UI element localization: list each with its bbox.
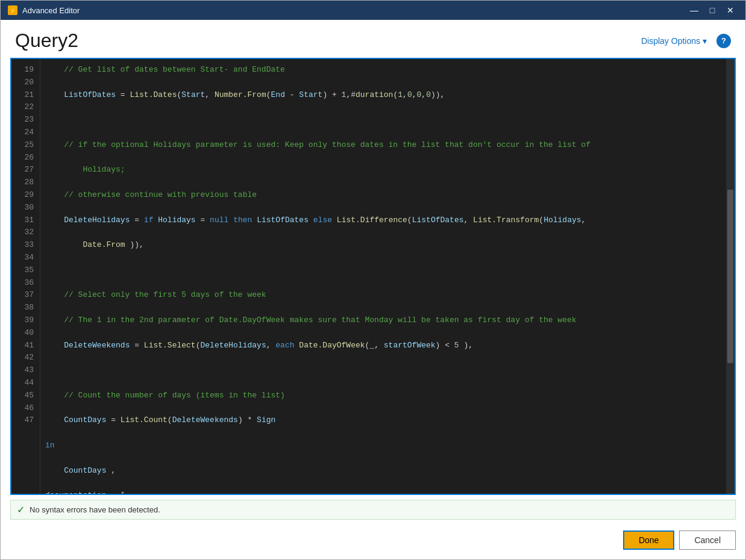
code-line (45, 264, 721, 277)
display-options-button[interactable]: Display Options ▾ (636, 34, 712, 48)
code-line: // Count the number of days (items in th… (45, 390, 721, 402)
help-button[interactable]: ? (716, 34, 731, 48)
window-title: Advanced Editor (22, 6, 80, 15)
chevron-down-icon: ▾ (703, 36, 707, 46)
code-editor[interactable]: 19 20 21 22 23 24 25 26 27 28 29 30 31 3… (10, 58, 736, 495)
status-bar: ✓ No syntax errors have been detected. (10, 500, 736, 520)
code-line: // The 1 in the 2nd parameter of Date.Da… (45, 314, 721, 327)
cancel-button[interactable]: Cancel (679, 530, 736, 550)
code-line (45, 114, 721, 126)
minimize-button[interactable]: — (686, 4, 702, 16)
code-line: // otherwise continue with previous tabl… (45, 189, 721, 202)
header-right: Display Options ▾ ? (636, 34, 731, 48)
code-line: Date.From )), (45, 239, 721, 252)
footer: Done Cancel (1, 524, 745, 559)
page-title: Query2 (15, 30, 78, 52)
title-bar-left: ⚡ Advanced Editor (8, 5, 80, 15)
code-line: CountDays , (45, 465, 721, 478)
code-line: DeleteWeekends = List.Select(DeleteHolid… (45, 340, 721, 352)
window-controls: — □ ✕ (686, 4, 738, 16)
code-text[interactable]: // Get list of dates between Start- and … (40, 59, 726, 494)
title-bar: ⚡ Advanced Editor — □ ✕ (1, 1, 745, 20)
app-icon: ⚡ (8, 5, 17, 15)
scrollbar[interactable] (726, 59, 735, 494)
code-line: in (45, 440, 721, 452)
code-line: DeleteHolidays = if Holidays = null then… (45, 214, 721, 227)
code-line (45, 364, 721, 377)
code-line: Holidays; (45, 164, 721, 176)
advanced-editor-window: ⚡ Advanced Editor — □ ✕ Query2 Display O… (0, 0, 746, 560)
code-line: // Select only the first 5 days of the w… (45, 289, 721, 302)
display-options-label: Display Options (641, 36, 700, 46)
header: Query2 Display Options ▾ ? (1, 20, 745, 58)
code-line: // if the optional Holidays parameter is… (45, 139, 721, 152)
code-line: // Get list of dates between Start- and … (45, 64, 721, 76)
close-button[interactable]: ✕ (722, 4, 738, 16)
code-line: ListOfDates = List.Dates(Start, Number.F… (45, 89, 721, 102)
code-line: CountDays = List.Count(DeleteWeekends) *… (45, 414, 721, 427)
line-numbers: 19 20 21 22 23 24 25 26 27 28 29 30 31 3… (11, 59, 40, 494)
status-check-icon: ✓ (17, 504, 25, 515)
scrollbar-thumb[interactable] (727, 190, 733, 364)
code-line: documentation = [ (45, 490, 721, 494)
status-message: No syntax errors have been detected. (30, 505, 160, 514)
done-button[interactable]: Done (623, 530, 674, 550)
maximize-button[interactable]: □ (704, 4, 720, 16)
